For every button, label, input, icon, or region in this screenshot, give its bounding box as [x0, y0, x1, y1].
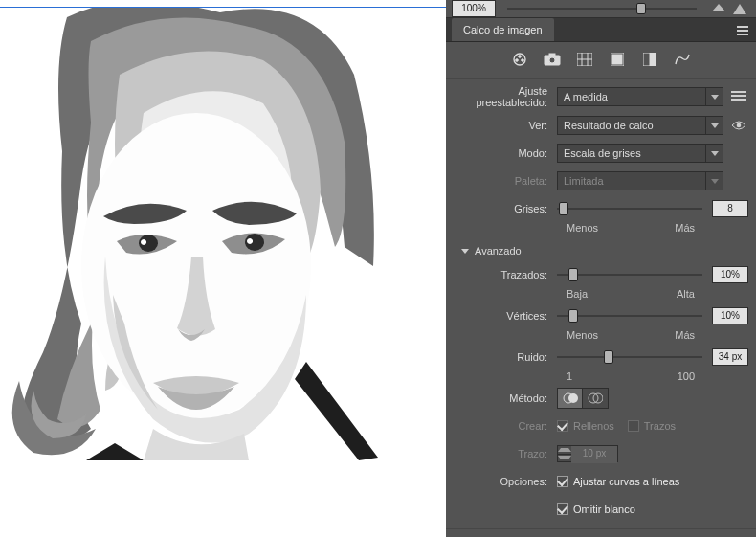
paths-value[interactable]: 10% — [712, 266, 748, 283]
stroke-label: Trazo: — [454, 448, 557, 459]
zoom-bar: 100% — [446, 0, 756, 18]
create-strokes-label: Trazos — [644, 420, 676, 432]
noise-label: Ruido: — [454, 351, 557, 363]
noise-slider[interactable] — [557, 356, 702, 358]
create-strokes-checkbox — [628, 420, 639, 432]
grays-max-label: Más — [675, 222, 695, 234]
view-label: Ver: — [454, 120, 557, 131]
corners-value[interactable]: 10% — [712, 307, 748, 324]
svg-rect-5 — [737, 30, 748, 32]
zoom-slider[interactable] — [507, 8, 697, 10]
stroke-value: 10 px — [571, 446, 617, 463]
svg-point-9 — [519, 56, 522, 58]
mode-select[interactable]: Escala de grises — [557, 144, 723, 163]
view-select[interactable]: Resultado de calco — [557, 116, 723, 135]
create-fills-checkbox — [557, 420, 568, 432]
outline-icon[interactable] — [673, 52, 692, 67]
grid-icon[interactable] — [575, 52, 594, 67]
image-trace-panel: 100% Calco de imagen Ajuste preestableci… — [446, 0, 756, 537]
opt-ignore-label: Omitir blanco — [573, 503, 635, 515]
artboard — [0, 7, 446, 459]
svg-point-25 — [568, 393, 578, 403]
palette-label: Paleta: — [454, 175, 557, 187]
zoom-value[interactable]: 100% — [452, 0, 496, 17]
zoom-in-icon[interactable] — [733, 4, 746, 14]
corners-label: Vértices: — [454, 310, 557, 322]
stats-area: i Trazados: 322 Colores: 116 Anclas: 364… — [446, 528, 756, 537]
stroke-stepper: 10 px — [557, 445, 618, 462]
half-square-icon[interactable] — [640, 52, 659, 67]
advanced-toggle[interactable]: Avanzado — [459, 239, 748, 264]
svg-rect-6 — [737, 34, 748, 35]
corners-min-label: Menos — [567, 329, 598, 341]
opt-ignore-checkbox[interactable] — [557, 503, 568, 515]
camera-icon[interactable] — [543, 52, 562, 67]
panel-tab-bar: Calco de imagen — [446, 18, 756, 42]
grays-min-label: Menos — [567, 222, 598, 234]
panel-menu-button[interactable] — [735, 23, 750, 38]
solid-square-icon[interactable] — [608, 52, 627, 67]
create-fills-label: Rellenos — [573, 420, 614, 432]
method-overlap-icon[interactable] — [583, 389, 608, 408]
controls: Ajuste preestablecido: A medida Ver: Res… — [446, 79, 756, 528]
preset-select[interactable]: A medida — [557, 87, 723, 106]
grays-slider[interactable] — [557, 208, 702, 210]
svg-rect-4 — [737, 26, 748, 28]
preset-menu-icon[interactable] — [729, 91, 748, 102]
palette-select: Limitada — [557, 171, 723, 190]
view-mode-icons — [446, 42, 756, 79]
svg-point-11 — [522, 59, 524, 62]
method-toggle[interactable] — [557, 388, 609, 409]
tab-image-trace[interactable]: Calco de imagen — [452, 18, 554, 41]
traced-artwork — [0, 8, 446, 460]
svg-rect-22 — [650, 53, 656, 66]
corners-max-label: Más — [675, 329, 695, 341]
svg-point-14 — [549, 57, 555, 63]
paths-min-label: Baja — [567, 288, 588, 300]
paths-label: Trazados: — [454, 269, 557, 280]
preset-label: Ajuste preestablecido: — [454, 85, 557, 108]
noise-max-label: 100 — [678, 370, 695, 382]
canvas-area — [0, 0, 446, 537]
zoom-mountain-icons — [708, 4, 750, 14]
create-label: Crear: — [454, 420, 557, 432]
noise-min-label: 1 — [567, 370, 572, 382]
svg-rect-13 — [549, 54, 555, 56]
svg-point-23 — [737, 123, 742, 128]
grays-value[interactable]: 8 — [712, 200, 748, 217]
paths-slider[interactable] — [557, 274, 702, 276]
paths-max-label: Alta — [677, 288, 695, 300]
mode-label: Modo: — [454, 147, 557, 159]
grays-label: Grises: — [454, 203, 557, 214]
method-label: Método: — [454, 392, 557, 404]
options-label: Opciones: — [454, 476, 557, 487]
opt-snap-checkbox[interactable] — [557, 476, 568, 487]
eye-icon[interactable] — [729, 120, 748, 131]
svg-point-10 — [516, 59, 519, 62]
method-abutting-icon[interactable] — [558, 389, 583, 408]
zoom-out-icon[interactable] — [712, 4, 725, 11]
svg-rect-20 — [612, 55, 622, 64]
auto-color-icon[interactable] — [510, 52, 529, 67]
opt-snap-label: Ajustar curvas a líneas — [573, 476, 679, 487]
noise-value[interactable]: 34 px — [712, 348, 748, 366]
corners-slider[interactable] — [557, 315, 702, 317]
